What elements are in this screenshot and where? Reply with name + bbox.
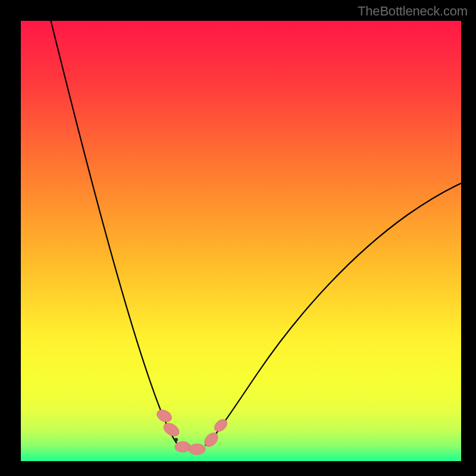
svg-point-4 <box>175 441 190 452</box>
chart-frame: TheBottleneck.com <box>0 0 476 476</box>
minimum-beads <box>155 408 229 455</box>
svg-point-7 <box>202 430 221 449</box>
svg-point-5 <box>189 444 205 455</box>
curve-layer <box>21 21 461 461</box>
curve-left <box>49 21 177 443</box>
svg-point-2 <box>161 421 181 439</box>
svg-point-3 <box>174 438 178 441</box>
curve-right <box>208 183 461 444</box>
watermark-text: TheBottleneck.com <box>358 4 468 19</box>
svg-point-1 <box>155 408 173 424</box>
plot-area <box>21 21 461 461</box>
